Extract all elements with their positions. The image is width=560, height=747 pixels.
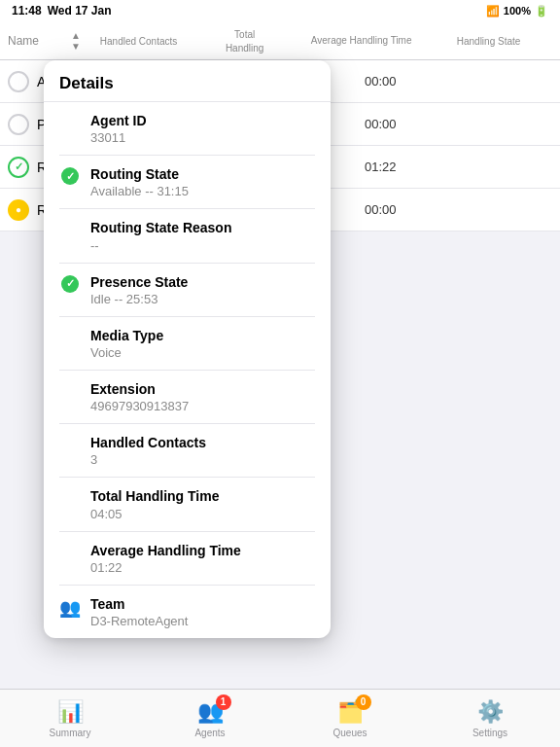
date: Wed 17 Jan bbox=[48, 4, 112, 18]
status-bar: 11:48 Wed 17 Jan 📶 100% 🔋 bbox=[0, 0, 560, 21]
average-handling-time-value: 01:22 bbox=[90, 560, 315, 575]
details-popup: Details Agent ID 33011 Routing State Ava… bbox=[44, 60, 331, 638]
agent-id-icon bbox=[59, 112, 81, 114]
average-handling-time-content: Average Handling Time 01:22 bbox=[90, 542, 315, 575]
agent-id-section: Agent ID 33011 bbox=[59, 102, 315, 156]
routing-state-label: Routing State bbox=[90, 165, 315, 183]
battery-icon: 🔋 bbox=[535, 5, 548, 18]
total-handling-time-value: 04:05 bbox=[90, 507, 315, 521]
green-check-icon bbox=[61, 167, 79, 185]
routing-state-content: Routing State Available -- 31:15 bbox=[90, 165, 315, 198]
handled-contacts-icon bbox=[59, 434, 81, 436]
battery-percentage: 100% bbox=[504, 5, 531, 17]
handled-contacts-section: Handled Contacts 3 bbox=[59, 424, 315, 478]
presence-state-label: Presence State bbox=[90, 273, 315, 291]
extension-content: Extension 49697930913837 bbox=[90, 380, 315, 413]
media-type-icon bbox=[59, 327, 81, 329]
total-handling-time-icon bbox=[59, 487, 81, 489]
popup-overlay: Details Agent ID 33011 Routing State Ava… bbox=[0, 21, 560, 747]
agent-id-value: 33011 bbox=[90, 130, 315, 145]
extension-value: 49697930913837 bbox=[90, 399, 315, 413]
total-handling-time-content: Total Handling Time 04:05 bbox=[90, 487, 315, 520]
average-handling-time-section: Average Handling Time 01:22 bbox=[59, 532, 315, 586]
average-handling-time-icon bbox=[59, 542, 81, 544]
presence-state-content: Presence State Idle -- 25:53 bbox=[90, 273, 315, 306]
presence-state-icon bbox=[59, 273, 81, 293]
presence-check-icon bbox=[61, 275, 79, 293]
popup-title: Details bbox=[44, 60, 331, 102]
routing-state-icon bbox=[59, 165, 81, 185]
media-type-section: Media Type Voice bbox=[59, 317, 315, 371]
routing-state-reason-label: Routing State Reason bbox=[90, 219, 315, 236]
routing-state-section: Routing State Available -- 31:15 bbox=[59, 156, 315, 209]
routing-state-reason-value: -- bbox=[90, 238, 315, 253]
team-value: D3-RemoteAgent bbox=[90, 614, 315, 628]
handled-contacts-content: Handled Contacts 3 bbox=[90, 434, 315, 467]
average-handling-time-label: Average Handling Time bbox=[90, 542, 315, 559]
total-handling-time-label: Total Handling Time bbox=[90, 487, 315, 505]
wifi-icon: 📶 bbox=[486, 5, 500, 18]
handled-contacts-label: Handled Contacts bbox=[90, 434, 315, 451]
team-section: 👥 Team D3-RemoteAgent bbox=[59, 586, 315, 638]
extension-icon bbox=[59, 380, 81, 382]
media-type-content: Media Type Voice bbox=[90, 327, 315, 360]
total-handling-time-section: Total Handling Time 04:05 bbox=[59, 478, 315, 531]
extension-label: Extension bbox=[90, 380, 315, 398]
team-label: Team bbox=[90, 595, 315, 613]
agent-id-content: Agent ID 33011 bbox=[90, 112, 315, 145]
media-type-label: Media Type bbox=[90, 327, 315, 344]
media-type-value: Voice bbox=[90, 345, 315, 360]
presence-state-value: Idle -- 25:53 bbox=[90, 292, 315, 306]
routing-state-reason-icon bbox=[59, 219, 81, 221]
time: 11:48 bbox=[12, 4, 42, 18]
routing-state-reason-section: Routing State Reason -- bbox=[59, 209, 315, 263]
routing-state-reason-content: Routing State Reason -- bbox=[90, 219, 315, 252]
team-icon: 👥 bbox=[59, 595, 81, 619]
extension-section: Extension 49697930913837 bbox=[59, 371, 315, 424]
handled-contacts-value: 3 bbox=[90, 452, 315, 467]
team-content: Team D3-RemoteAgent bbox=[90, 595, 315, 628]
popup-body: Agent ID 33011 Routing State Available -… bbox=[44, 102, 331, 638]
agent-id-label: Agent ID bbox=[90, 112, 315, 129]
routing-state-value: Available -- 31:15 bbox=[90, 184, 315, 198]
presence-state-section: Presence State Idle -- 25:53 bbox=[59, 264, 315, 317]
